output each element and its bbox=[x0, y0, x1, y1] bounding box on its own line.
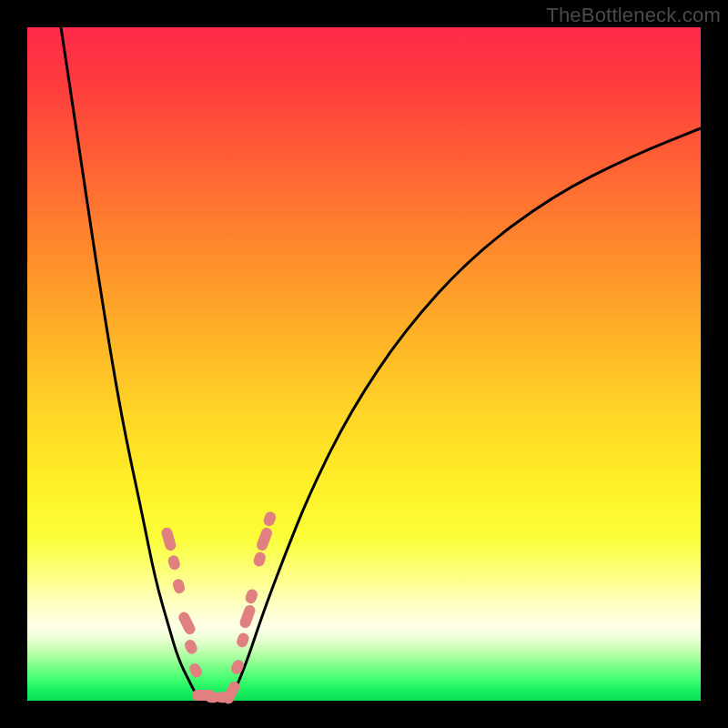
curve-marker bbox=[167, 554, 181, 571]
curve-marker bbox=[255, 526, 273, 552]
outer-frame: TheBottleneck.com bbox=[0, 0, 728, 728]
plot-area bbox=[27, 27, 701, 701]
watermark-text: TheBottleneck.com bbox=[546, 4, 721, 27]
curve-marker bbox=[235, 632, 250, 649]
curve-marker bbox=[244, 588, 258, 605]
curve-marker bbox=[187, 662, 204, 680]
curve-marker bbox=[262, 511, 278, 528]
curve-marker bbox=[160, 526, 177, 551]
curve-marker bbox=[238, 603, 257, 630]
curve-marker bbox=[183, 638, 199, 656]
curve-marker bbox=[177, 611, 197, 637]
curve-marker bbox=[171, 578, 186, 595]
bottleneck-curve bbox=[61, 27, 701, 701]
curve-svg bbox=[27, 27, 701, 701]
curve-marker bbox=[252, 551, 267, 568]
